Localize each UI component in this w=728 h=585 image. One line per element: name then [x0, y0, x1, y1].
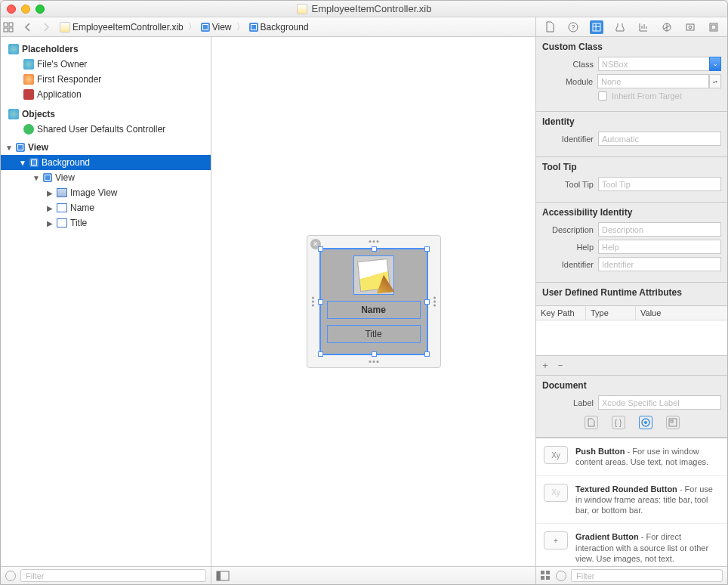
resize-handle[interactable] — [318, 351, 323, 357]
doc-label-input[interactable] — [598, 395, 721, 410]
inner-view-row[interactable]: ▼View — [1, 170, 211, 185]
module-select[interactable] — [597, 74, 709, 88]
library-item-gradient-button[interactable]: + Gradient Button - For direct interacti… — [536, 524, 727, 566]
ax-identifier-input[interactable] — [598, 257, 721, 271]
canvas-bottom-bar — [211, 566, 535, 584]
xib-file-icon — [60, 22, 70, 32]
outline-filter-input[interactable] — [20, 569, 206, 582]
tooltip-input[interactable] — [598, 177, 721, 191]
resize-handle[interactable] — [424, 299, 430, 305]
object-library-tab[interactable] — [639, 416, 652, 429]
image-view-element[interactable] — [353, 255, 394, 295]
nav-back-button[interactable] — [20, 20, 35, 35]
tooltip-label: Tool Tip — [542, 180, 594, 189]
tooltip-section: Tool Tip Tool Tip — [536, 157, 727, 203]
resize-handle[interactable] — [424, 246, 430, 252]
connections-inspector-tab[interactable] — [660, 20, 674, 34]
view-icon — [43, 173, 52, 182]
crumb-view[interactable]: View — [199, 22, 233, 32]
filter-icon[interactable] — [556, 571, 566, 581]
col-keypath[interactable]: Key Path — [536, 306, 586, 320]
code-snippet-tab[interactable]: { } — [612, 416, 625, 429]
size-inspector-tab[interactable] — [637, 20, 650, 34]
crumb-file[interactable]: EmployeeItemController.xib — [58, 22, 185, 32]
filter-icon[interactable] — [5, 571, 16, 581]
title-text-field[interactable]: Title — [327, 325, 421, 343]
resize-handle[interactable] — [372, 351, 377, 357]
identity-inspector-tab[interactable] — [590, 20, 603, 34]
identifier-label: Identifier — [542, 135, 594, 144]
file-template-tab[interactable] — [585, 416, 598, 429]
col-type[interactable]: Type — [586, 306, 636, 320]
crumb-background[interactable]: Background — [248, 22, 310, 32]
cube-icon — [23, 74, 34, 85]
image-view-row[interactable]: ▶Image View — [1, 185, 211, 200]
attributes-inspector-tab[interactable] — [613, 20, 627, 34]
disclosure-triangle[interactable]: ▼ — [32, 174, 40, 182]
library-item-push-button[interactable]: Xy Push Button - For use in window conte… — [536, 438, 727, 476]
add-runtime-attr-button[interactable]: ＋ — [541, 359, 550, 372]
media-library-tab[interactable] — [666, 416, 680, 429]
window-zoom-button[interactable] — [35, 5, 45, 14]
effects-inspector-tab[interactable] — [707, 20, 720, 34]
disclosure-triangle[interactable]: ▼ — [5, 144, 13, 152]
title-field-row[interactable]: ▶Title — [1, 215, 211, 231]
help-inspector-tab[interactable]: ? — [566, 20, 580, 34]
class-combo-button[interactable]: ⌄ — [709, 57, 721, 71]
runtime-attrs-section: User Defined Runtime Attributes Key Path… — [536, 283, 727, 376]
resize-handle[interactable] — [318, 299, 323, 305]
name-text-field[interactable]: Name — [327, 301, 421, 319]
disclosure-triangle[interactable]: ▼ — [19, 159, 26, 167]
related-items-button[interactable] — [1, 20, 16, 35]
disclosure-triangle[interactable]: ▶ — [46, 204, 54, 212]
window-close-button[interactable] — [7, 5, 16, 14]
file-inspector-tab[interactable] — [543, 20, 557, 34]
design-top-view[interactable]: ✕ — [307, 235, 441, 368]
identifier-input[interactable] — [598, 132, 721, 146]
files-owner-row[interactable]: File's Owner — [1, 57, 211, 72]
cube-icon — [23, 59, 34, 70]
view-icon — [16, 143, 25, 152]
resize-handle[interactable] — [318, 246, 323, 252]
disclosure-triangle[interactable]: ▶ — [46, 219, 54, 228]
remove-runtime-attr-button[interactable]: － — [556, 359, 565, 372]
resize-handle[interactable] — [372, 246, 377, 252]
disclosure-triangle[interactable]: ▶ — [46, 189, 54, 197]
svg-rect-2 — [4, 28, 8, 32]
ax-description-input[interactable] — [598, 222, 721, 237]
library-item-textured-button[interactable]: Xy Textured Rounded Button - For use in … — [536, 476, 727, 525]
class-combo-input[interactable] — [598, 57, 709, 71]
col-value[interactable]: Value — [636, 306, 727, 320]
object-library[interactable]: Xy Push Button - For use in window conte… — [536, 438, 727, 566]
objects-header: Objects — [1, 107, 211, 122]
name-field-row[interactable]: ▶Name — [1, 200, 211, 215]
app-icon — [23, 89, 34, 100]
imageview-icon — [57, 188, 67, 197]
module-chevron-icon[interactable]: ▴▾ — [709, 74, 721, 88]
placeholder-image-icon — [357, 258, 390, 292]
selected-nsbox[interactable]: Name Title — [319, 248, 428, 355]
background-row[interactable]: ▼Background — [1, 155, 211, 170]
library-filter-input[interactable] — [571, 569, 723, 582]
accessibility-section: Accessibility Identity Description Help … — [536, 203, 727, 283]
runtime-table-body[interactable] — [536, 320, 727, 355]
view-row[interactable]: ▼View — [1, 140, 211, 155]
bindings-inspector-tab[interactable] — [683, 20, 697, 34]
application-row[interactable]: Application — [1, 87, 211, 102]
nav-forward-button[interactable] — [39, 20, 54, 35]
shared-defaults-row[interactable]: Shared User Defaults Controller — [1, 122, 211, 137]
textured-button-thumb: Xy — [544, 484, 568, 502]
svg-rect-1 — [9, 23, 13, 26]
window-minimize-button[interactable] — [21, 5, 30, 14]
box-icon — [249, 23, 258, 32]
resize-handle[interactable] — [424, 351, 430, 357]
svg-rect-11 — [711, 25, 716, 29]
textfield-icon — [57, 203, 67, 212]
outline-tree[interactable]: Placeholders File's Owner First Responde… — [1, 37, 211, 566]
toggle-outline-button[interactable] — [216, 571, 230, 581]
ax-help-input[interactable] — [598, 240, 721, 254]
grid-view-icon[interactable] — [541, 571, 551, 581]
canvas[interactable]: ✕ — [211, 37, 535, 584]
inherit-target-checkbox[interactable] — [598, 91, 607, 101]
first-responder-row[interactable]: First Responder — [1, 72, 211, 87]
